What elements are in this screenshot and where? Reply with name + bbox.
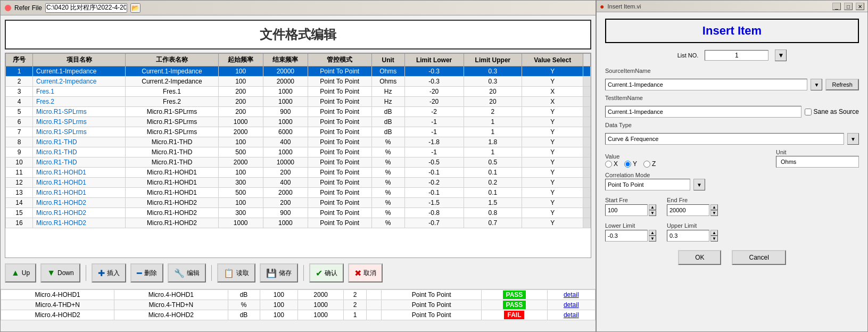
table-cell: Micro.R1-THD (33, 137, 126, 147)
same-as-source-checkbox[interactable] (805, 109, 812, 115)
upper-limit-down[interactable]: ▼ (710, 236, 718, 242)
lower-limit-down[interactable]: ▼ (649, 236, 656, 242)
upper-limit-up[interactable]: ▲ (710, 230, 718, 236)
detail-link[interactable]: detail (547, 310, 595, 320)
data-type-input[interactable] (605, 133, 844, 145)
correlation-mode-dropdown[interactable]: ▼ (693, 179, 705, 190)
table-body: 1Current.1-ImpedanceCurrent.1-Impedance1… (6, 67, 591, 228)
ok-button[interactable]: OK (678, 250, 721, 265)
up-button[interactable]: ▲ Up (5, 263, 36, 283)
folder-icon-btn[interactable]: 📂 (130, 3, 140, 13)
close-button-insert[interactable]: ✕ (856, 3, 864, 10)
table-row[interactable]: 6Micro.R1-SPLrmsMicro.R1-SPLrms10001000P… (6, 117, 591, 127)
table-cell: 13 (6, 188, 33, 198)
column-header: 管控模式 (308, 54, 371, 67)
table-cell: 20000 (263, 77, 308, 87)
unit-input[interactable] (776, 156, 859, 168)
close-button[interactable] (5, 5, 11, 11)
table-row[interactable]: 5Micro.R1-SPLrmsMicro.R1-SPLrms200900Poi… (6, 107, 591, 117)
table-row[interactable]: 9Micro.R1-THDMicro.R1-THD5001000Point To… (6, 147, 591, 157)
radio-y-input[interactable] (624, 161, 631, 168)
listno-dropdown[interactable]: ▼ (775, 49, 787, 61)
column-header: Limit Upper (464, 54, 522, 67)
start-fre-input[interactable] (605, 204, 648, 216)
value-radio-group: X Y Z (605, 160, 765, 168)
insert-button[interactable]: ✚ 插入 (92, 263, 126, 283)
table-cell: X (522, 97, 583, 107)
start-fre-up[interactable]: ▲ (649, 204, 656, 210)
upper-limit-group: Upper Limit ▲ ▼ (667, 222, 718, 242)
test-item-name-input[interactable] (605, 106, 801, 118)
listno-input[interactable] (705, 50, 768, 61)
table-cell: Y (522, 137, 583, 147)
table-container[interactable]: 序号项目名称工作表名称起始频率结束频率管控模式UnitLimit LowerLi… (5, 53, 591, 258)
correlation-mode-input[interactable] (605, 179, 690, 190)
detail-link[interactable]: detail (547, 290, 595, 300)
same-as-source-row[interactable]: Sane as Source (805, 108, 859, 115)
read-icon: 📋 (224, 268, 234, 278)
radio-z[interactable]: Z (643, 160, 656, 168)
cancel-button[interactable]: ✖ 取消 (348, 263, 383, 283)
table-row[interactable]: 12Micro.R1-HOHD1Micro.R1-HOHD1300400Poin… (6, 178, 591, 188)
traffic-lights (5, 5, 11, 11)
limit-row: Lower Limit ▲ ▼ Upper Limit ▲ ▼ (605, 222, 859, 242)
table-cell: % (371, 168, 404, 178)
delete-button[interactable]: ━ 删除 (130, 263, 163, 283)
read-button[interactable]: 📋 读取 (217, 263, 255, 283)
source-item-name-input[interactable] (605, 79, 807, 90)
maximize-button[interactable]: □ (844, 3, 853, 10)
refresh-button[interactable]: Refresh (825, 79, 859, 90)
data-type-dropdown[interactable]: ▼ (847, 133, 859, 145)
table-row[interactable]: 8Micro.R1-THDMicro.R1-THD100400Point To … (6, 137, 591, 147)
table-cell: Micro.R1-THD (126, 147, 218, 157)
end-fre-input[interactable] (667, 204, 709, 216)
upper-limit-input[interactable] (667, 230, 709, 242)
table-row[interactable]: 2Current.2-ImpedanceCurrent.2-Impedance1… (6, 77, 591, 87)
radio-x-input[interactable] (605, 161, 612, 168)
bottom-cell (366, 290, 381, 300)
radio-y[interactable]: Y (624, 160, 637, 168)
cancel-button-insert[interactable]: Cancel (732, 250, 786, 265)
confirm-button[interactable]: ✔ 确认 (309, 263, 344, 283)
lower-limit-up[interactable]: ▲ (649, 230, 656, 236)
end-fre-up[interactable]: ▲ (710, 204, 718, 210)
minimize-button[interactable]: _ (832, 3, 841, 10)
lower-limit-input[interactable] (605, 230, 648, 242)
table-cell: % (371, 137, 404, 147)
end-fre-spinner: ▲ ▼ (710, 204, 718, 216)
bottom-cell: % (228, 300, 260, 310)
radio-z-input[interactable] (643, 161, 650, 168)
table-row[interactable]: 16Micro.R1-HOHD2Micro.R1-HOHD210001000Po… (6, 218, 591, 228)
table-row[interactable]: 4Fres.2Fres.22001000Point To PointHz-202… (6, 97, 591, 107)
table-cell: 200 (263, 198, 308, 208)
table-cell: 4 (6, 97, 33, 107)
radio-x[interactable]: X (605, 160, 618, 168)
source-item-dropdown[interactable]: ▼ (811, 79, 822, 90)
refer-file-path[interactable] (45, 3, 127, 13)
table-cell: -1 (404, 127, 464, 137)
table-row[interactable]: 14Micro.R1-HOHD2Micro.R1-HOHD2100200Poin… (6, 198, 591, 208)
table-row[interactable]: 3Fres.1Fres.12001000Point To PointHz-202… (6, 87, 591, 97)
table-cell: Y (522, 127, 583, 137)
table-row[interactable]: 13Micro.R1-HOHD1Micro.R1-HOHD15002000Poi… (6, 188, 591, 198)
table-row[interactable]: 1Current.1-ImpedanceCurrent.1-Impedance1… (6, 67, 591, 77)
table-cell: -0.1 (404, 188, 464, 198)
separator-3 (303, 265, 304, 281)
edit-button[interactable]: 🔧 编辑 (168, 263, 206, 283)
bottom-table-row: Micro.4-HOHD2Micro.4-HOHD2dB10010001Poin… (1, 310, 596, 320)
column-header: Unit (371, 54, 404, 67)
table-cell: Micro.R1-HOHD1 (126, 178, 218, 188)
table-row[interactable]: 7Micro.R1-SPLrmsMicro.R1-SPLrms20006000P… (6, 127, 591, 137)
edit-label: 编辑 (187, 269, 200, 278)
start-fre-down[interactable]: ▼ (649, 210, 656, 216)
table-row[interactable]: 15Micro.R1-HOHD2Micro.R1-HOHD2300900Poin… (6, 208, 591, 218)
table-cell: 6000 (263, 127, 308, 137)
table-row[interactable]: 10Micro.R1-THDMicro.R1-THD200010000Point… (6, 157, 591, 168)
table-row[interactable]: 11Micro.R1-HOHD1Micro.R1-HOHD1100200Poin… (6, 168, 591, 178)
table-cell: 1000 (263, 87, 308, 97)
column-header: 起始频率 (218, 54, 263, 67)
end-fre-down[interactable]: ▼ (710, 210, 718, 216)
save-button[interactable]: 💾 储存 (260, 263, 298, 283)
detail-link[interactable]: detail (547, 300, 595, 310)
down-button[interactable]: ▼ Down (40, 263, 80, 283)
